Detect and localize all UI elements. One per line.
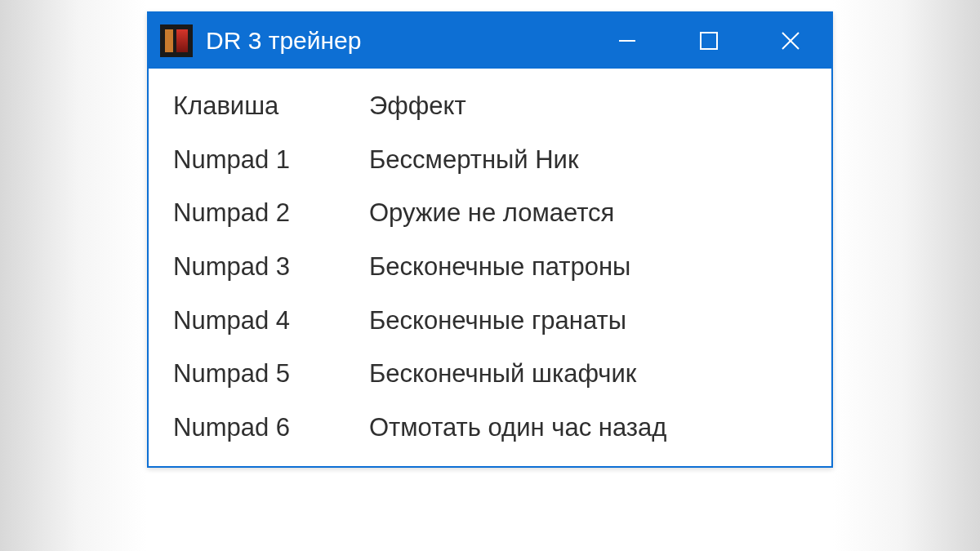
key-cell: Numpad 2: [173, 198, 369, 228]
maximize-button[interactable]: [668, 13, 750, 69]
key-cell: Numpad 6: [173, 413, 369, 442]
effect-cell: Бесконечный шкафчик: [369, 359, 807, 389]
minimize-icon: [616, 29, 639, 52]
effect-cell: Бесконечные гранаты: [369, 306, 807, 335]
table-row: Numpad 3 Бесконечные патроны: [173, 252, 807, 282]
key-cell: Numpad 3: [173, 252, 369, 282]
key-cell: Numpad 5: [173, 359, 369, 389]
app-window: DR 3 трейнер Клавиша: [147, 11, 833, 468]
client-area: Клавиша Эффект Numpad 1 Бессмертный Ник …: [149, 69, 831, 466]
header-row: Клавиша Эффект: [173, 91, 807, 121]
key-cell: Numpad 4: [173, 306, 369, 335]
effect-cell: Бесконечные патроны: [369, 252, 807, 282]
window-controls: [586, 13, 831, 69]
header-key: Клавиша: [173, 91, 369, 121]
app-icon: [160, 24, 193, 57]
maximize-icon: [698, 30, 719, 51]
minimize-button[interactable]: [586, 13, 668, 69]
table-row: Numpad 2 Оружие не ломается: [173, 198, 807, 228]
table-row: Numpad 1 Бессмертный Ник: [173, 145, 807, 175]
header-effect: Эффект: [369, 91, 807, 121]
titlebar[interactable]: DR 3 трейнер: [149, 13, 831, 69]
effect-cell: Бессмертный Ник: [369, 145, 807, 175]
close-button[interactable]: [750, 13, 831, 69]
key-cell: Numpad 1: [173, 145, 369, 175]
close-icon: [778, 29, 803, 53]
window-title: DR 3 трейнер: [206, 27, 362, 55]
effect-cell: Оружие не ломается: [369, 198, 807, 228]
table-row: Numpad 6 Отмотать один час назад: [173, 413, 807, 442]
effect-cell: Отмотать один час назад: [369, 413, 807, 442]
svg-rect-1: [701, 33, 717, 49]
table-row: Numpad 4 Бесконечные гранаты: [173, 306, 807, 335]
table-row: Numpad 5 Бесконечный шкафчик: [173, 359, 807, 389]
